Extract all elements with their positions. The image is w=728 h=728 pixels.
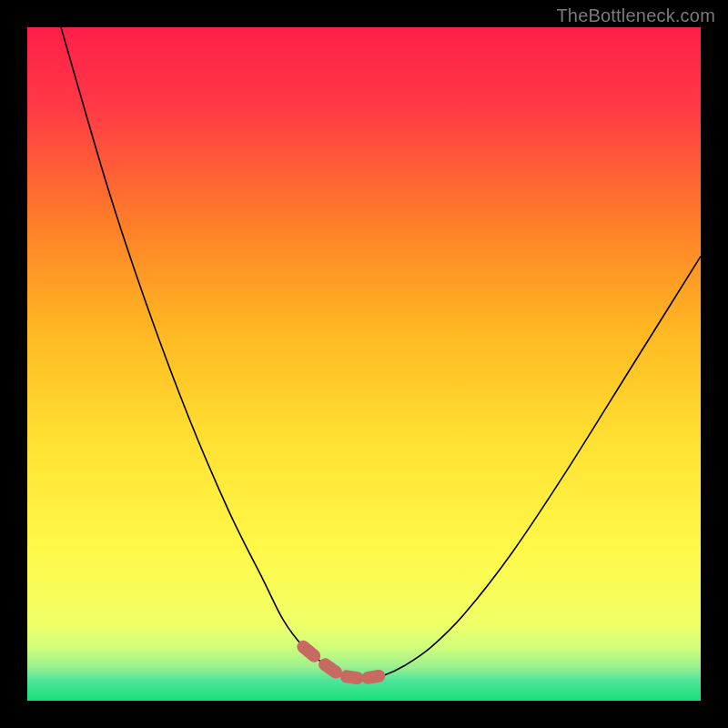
optimal-dash bbox=[303, 647, 379, 678]
dash-svg bbox=[27, 27, 701, 701]
dash-segment bbox=[347, 676, 358, 678]
chart-frame: TheBottleneck.com bbox=[0, 0, 728, 728]
dash-segment bbox=[368, 676, 379, 678]
dash-segment bbox=[325, 664, 336, 672]
dash-segment bbox=[303, 647, 314, 656]
watermark-text: TheBottleneck.com bbox=[556, 5, 715, 26]
plot-area bbox=[27, 27, 701, 701]
